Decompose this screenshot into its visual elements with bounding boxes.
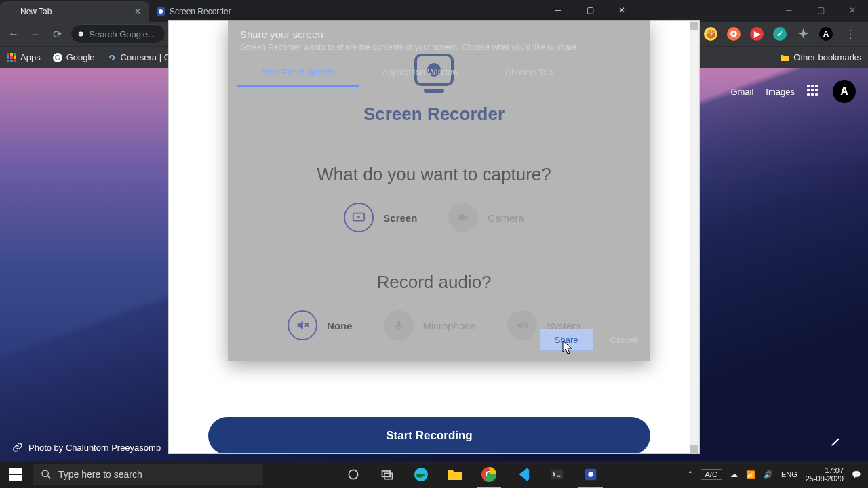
tray-ac-indicator[interactable]: A/C [701,469,722,480]
ext-icon-3[interactable]: ✪ [727,27,741,41]
folder-icon [780,53,789,62]
omnibox-placeholder: Search Google or type a URL [89,29,158,39]
dialog-subtitle: Screen Recorder wants to share the conte… [228,43,650,59]
svg-rect-4 [7,53,9,56]
google-g-icon: G [78,29,83,39]
share-screen-dialog: Share your screen Screen Recorder wants … [228,20,650,361]
ext-icon-4[interactable]: ▶ [750,27,764,41]
clock-time: 17:07 [806,466,844,474]
taskbar-search[interactable]: Type here to search [33,464,263,485]
bookmark-other[interactable]: Other bookmarks [780,52,861,62]
share-source-tabs: Your Entire Screen Application Window Ch… [228,59,650,87]
close-icon[interactable]: ✕ [133,7,142,16]
profile-avatar[interactable]: A [833,80,856,103]
bookmark-google[interactable]: G Google [53,52,95,62]
task-vscode-icon[interactable] [508,461,538,488]
ext-icon-2[interactable]: 🍪 [704,27,717,41]
dialog-title: Share your screen [228,20,650,43]
svg-rect-7 [7,56,9,59]
svg-rect-9 [14,56,16,59]
tab-label: Your Entire Screen [262,67,336,77]
back-button[interactable]: ← [5,26,22,42]
omnibox[interactable]: G Search Google or type a URL [71,24,165,43]
minimize-button[interactable]: ─ [542,0,574,20]
tab-application-window[interactable]: Application Window [359,59,481,87]
browser-menu-button[interactable]: ⋮ [842,26,859,42]
start-button[interactable] [0,461,31,488]
tray-language[interactable]: ENG [781,470,797,479]
images-link[interactable]: Images [766,87,795,97]
bookmark-apps[interactable]: Apps [7,52,41,62]
task-edge-icon[interactable] [406,461,436,488]
tab-new-tab[interactable]: New Tab ✕ [0,1,149,22]
taskbar-apps [263,461,682,488]
tray-onedrive-icon[interactable]: ☁ [730,470,738,479]
tray-chevron-icon[interactable]: ˄ [688,470,692,479]
task-terminal-icon[interactable] [542,461,572,488]
tray-network-icon[interactable]: 📶 [746,470,755,479]
tab-title: New Tab [20,7,133,16]
svg-rect-5 [10,53,13,56]
svg-point-20 [42,470,48,476]
photo-credit-text: Photo by Chaluntorn Preeyasomb [28,443,161,453]
link-icon [107,53,117,62]
task-recorder-icon[interactable] [576,461,606,488]
ac-text: A/C [705,470,717,479]
tray-clock[interactable]: 17:07 25-09-2020 [806,466,844,483]
svg-rect-12 [14,60,16,62]
svg-text:G: G [54,54,60,62]
close-button[interactable]: ✕ [606,0,637,20]
google-nav: Gmail Images A [730,80,856,103]
svg-point-1 [159,9,163,14]
bookmark-coursera[interactable]: Coursera | C [107,52,170,62]
tray-notifications-icon[interactable]: 💬 [852,470,861,479]
svg-rect-29 [551,470,563,480]
tab-strip: New Tab ✕ Screen Recorder [0,0,868,22]
tray-volume-icon[interactable]: 🔊 [764,470,773,479]
task-chrome-icon[interactable] [474,461,504,488]
task-cortana-icon[interactable] [338,461,368,488]
task-explorer-icon[interactable] [440,461,470,488]
close-button[interactable]: ✕ [836,0,868,20]
search-placeholder: Type here to search [58,469,142,480]
gmail-link[interactable]: Gmail [730,87,753,97]
forward-button[interactable]: → [27,26,43,42]
cancel-button[interactable]: Cancel [610,335,637,345]
minimize-button[interactable]: ─ [773,0,805,20]
window-controls-app: ─ ▢ ✕ [542,0,637,20]
ext-icon-5[interactable]: ✓ [773,27,787,41]
tab-screen-recorder[interactable]: Screen Recorder [149,1,298,22]
tab-chrome-tab[interactable]: Chrome Tab [481,59,576,87]
svg-line-21 [47,476,50,479]
maximize-button[interactable]: ▢ [805,0,837,20]
favicon-blank [7,7,16,16]
share-button-label: Share [555,335,578,345]
task-view-icon[interactable] [372,461,402,488]
maximize-button[interactable]: ▢ [574,0,606,20]
system-tray: ˄ A/C ☁ 📶 🔊 ENG 17:07 25-09-2020 💬 [682,466,868,483]
bookmark-label: Google [66,52,95,62]
tab-entire-screen[interactable]: Your Entire Screen [237,59,359,87]
bookmark-label: Apps [20,52,41,62]
profile-avatar-icon[interactable]: A [819,27,833,41]
google-g-icon: G [53,53,62,62]
reload-button[interactable]: ⟳ [49,26,65,42]
dialog-footer: Share Cancel [539,329,637,351]
tab-label: Chrome Tab [505,67,553,77]
apps-icon [7,53,16,62]
svg-point-22 [349,470,358,479]
svg-rect-6 [14,53,16,56]
start-recording-label: Start Recording [386,429,473,443]
svg-rect-10 [7,60,9,62]
clock-date: 25-09-2020 [806,474,844,483]
extensions-menu-icon[interactable]: ✦ [796,27,810,41]
avatar-initial: A [840,85,848,98]
bookmark-label: Other bookmarks [793,52,861,62]
start-recording-button[interactable]: Start Recording [208,417,650,454]
scroll-up-button[interactable] [690,22,698,30]
svg-rect-11 [10,60,13,62]
customize-button[interactable] [825,430,848,453]
photo-credit[interactable]: Photo by Chaluntorn Preeyasomb [12,442,161,453]
share-button[interactable]: Share [539,329,594,351]
google-apps-icon[interactable] [807,85,821,98]
